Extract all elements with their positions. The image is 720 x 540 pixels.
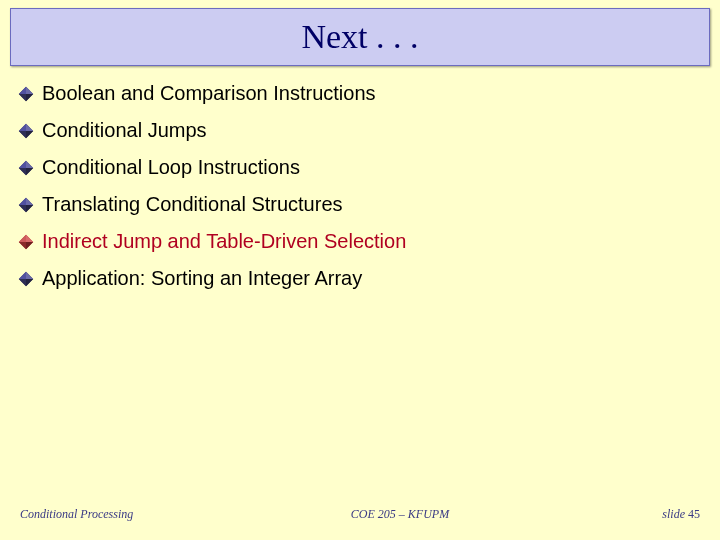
svg-marker-27 bbox=[19, 271, 26, 278]
diamond-bullet-icon bbox=[18, 197, 34, 213]
footer-slide-number: 45 bbox=[688, 507, 700, 521]
list-item-label: Application: Sorting an Integer Array bbox=[42, 267, 362, 290]
footer-right: slide 45 bbox=[620, 507, 700, 522]
list-item: Application: Sorting an Integer Array bbox=[18, 267, 702, 290]
svg-marker-4 bbox=[26, 94, 33, 101]
footer-slide-label: slide bbox=[662, 507, 688, 521]
svg-marker-16 bbox=[26, 197, 33, 204]
list-item-label: Conditional Loop Instructions bbox=[42, 156, 300, 179]
svg-marker-18 bbox=[19, 205, 26, 212]
diamond-bullet-icon bbox=[18, 271, 34, 287]
svg-marker-21 bbox=[26, 234, 33, 241]
svg-marker-9 bbox=[26, 131, 33, 138]
svg-marker-8 bbox=[19, 131, 26, 138]
svg-marker-24 bbox=[26, 242, 33, 249]
list-item: Boolean and Comparison Instructions bbox=[18, 82, 702, 105]
svg-marker-7 bbox=[19, 123, 26, 130]
list-item: Indirect Jump and Table-Driven Selection bbox=[18, 230, 702, 253]
svg-marker-26 bbox=[26, 271, 33, 278]
list-item-label: Boolean and Comparison Instructions bbox=[42, 82, 376, 105]
svg-marker-19 bbox=[26, 205, 33, 212]
svg-marker-2 bbox=[19, 86, 26, 93]
list-item: Conditional Loop Instructions bbox=[18, 156, 702, 179]
diamond-bullet-icon bbox=[18, 160, 34, 176]
slide-title: Next . . . bbox=[301, 18, 418, 56]
title-band: Next . . . bbox=[10, 8, 710, 66]
list-item-label: Conditional Jumps bbox=[42, 119, 207, 142]
svg-marker-1 bbox=[26, 86, 33, 93]
footer: Conditional Processing COE 205 – KFUPM s… bbox=[0, 507, 720, 522]
list-item: Translating Conditional Structures bbox=[18, 193, 702, 216]
diamond-bullet-icon bbox=[18, 234, 34, 250]
list-item-label: Translating Conditional Structures bbox=[42, 193, 343, 216]
svg-marker-13 bbox=[19, 168, 26, 175]
svg-marker-22 bbox=[19, 234, 26, 241]
footer-left: Conditional Processing bbox=[20, 507, 180, 522]
svg-marker-12 bbox=[19, 160, 26, 167]
svg-marker-17 bbox=[19, 197, 26, 204]
footer-mid: COE 205 – KFUPM bbox=[180, 507, 620, 522]
svg-marker-28 bbox=[19, 279, 26, 286]
list-item: Conditional Jumps bbox=[18, 119, 702, 142]
svg-marker-29 bbox=[26, 279, 33, 286]
svg-marker-11 bbox=[26, 160, 33, 167]
svg-marker-14 bbox=[26, 168, 33, 175]
diamond-bullet-icon bbox=[18, 123, 34, 139]
svg-marker-6 bbox=[26, 123, 33, 130]
diamond-bullet-icon bbox=[18, 86, 34, 102]
svg-marker-3 bbox=[19, 94, 26, 101]
list-item-label: Indirect Jump and Table-Driven Selection bbox=[42, 230, 406, 253]
svg-marker-23 bbox=[19, 242, 26, 249]
bullet-list: Boolean and Comparison Instructions Cond… bbox=[18, 82, 702, 304]
